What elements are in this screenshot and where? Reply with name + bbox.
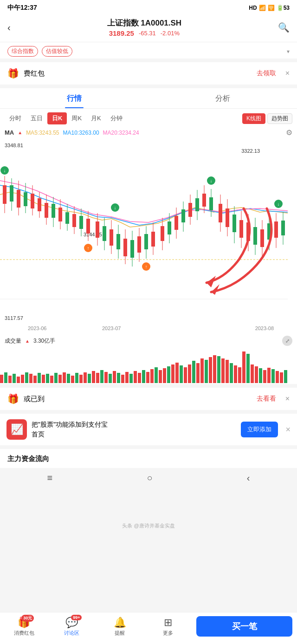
redpacket-icon: 🎁 30元: [18, 617, 30, 629]
status-icons: HD 📶 🛜 🔋53: [249, 5, 290, 11]
promo-action-1[interactable]: 去领取: [257, 69, 276, 78]
tag-composite[interactable]: 综合指数: [7, 46, 38, 57]
svg-text:↓: ↓: [4, 168, 6, 173]
svg-rect-32: [96, 221, 99, 238]
svg-rect-40: [123, 239, 127, 256]
tab-weekly-k[interactable]: 周K: [67, 112, 86, 124]
svg-rect-82: [253, 227, 257, 245]
svg-rect-164: [284, 370, 287, 383]
svg-rect-76: [232, 215, 236, 232]
tab-min-k[interactable]: 分钟: [106, 112, 127, 124]
svg-rect-161: [271, 369, 275, 383]
svg-rect-107: [46, 374, 49, 383]
promo-text-2: 或已到: [24, 395, 252, 403]
section-capital-flow-title: 主力资金流向: [0, 449, 297, 468]
status-bar: 中午12:37 HD 📶 🛜 🔋53: [0, 0, 297, 14]
tab-analysis[interactable]: 分析: [148, 88, 297, 108]
tab-5day[interactable]: 五日: [26, 112, 47, 124]
svg-text:↑: ↑: [87, 246, 90, 251]
promo-action-2[interactable]: 去看看: [257, 395, 276, 403]
svg-rect-99: [13, 374, 16, 383]
discussion-label: 讨论区: [64, 630, 79, 637]
svg-rect-154: [242, 351, 245, 383]
svg-rect-26: [79, 216, 83, 229]
bottom-item-redpacket[interactable]: 🎁 30元 消费红包: [0, 617, 48, 637]
svg-rect-88: [274, 221, 278, 238]
svg-rect-84: [260, 229, 264, 247]
bottom-item-discussion[interactable]: 💬 99+ 讨论区: [48, 617, 96, 637]
notif-add-button[interactable]: 立即添加: [241, 422, 278, 437]
svg-rect-123: [113, 371, 116, 383]
home-nav-button[interactable]: ≡: [47, 473, 53, 483]
svg-rect-90: [281, 221, 285, 235]
svg-rect-28: [86, 219, 90, 234]
tab-monthly-k[interactable]: 月K: [86, 112, 106, 124]
recent-nav-button[interactable]: ‹: [247, 473, 250, 483]
svg-rect-141: [188, 364, 191, 383]
volume-row: 成交量 ▲ 3.30亿手 ⤢: [0, 334, 297, 347]
svg-rect-74: [226, 208, 229, 227]
svg-rect-124: [117, 373, 120, 383]
chevron-down-icon[interactable]: ▾: [287, 48, 290, 55]
reminder-icon: 🔔: [114, 617, 126, 629]
promo-close-2[interactable]: ×: [285, 395, 290, 403]
volume-triangle-icon: ▲: [25, 338, 30, 344]
battery-icon: 🔋53: [277, 5, 290, 11]
svg-rect-113: [71, 376, 74, 383]
candlestick-chart[interactable]: 3348.81 3117.57 3322.13 3144.25 2023-06 …: [0, 139, 297, 334]
gear-icon[interactable]: ⚙: [286, 128, 292, 137]
svg-rect-136: [167, 366, 170, 383]
svg-rect-66: [202, 194, 206, 207]
tab-trend[interactable]: 趋势图: [267, 113, 292, 124]
svg-rect-86: [267, 223, 271, 240]
svg-rect-145: [205, 360, 208, 383]
svg-rect-150: [226, 360, 229, 383]
navbar: ‹ 上证指数 1A0001.SH 3189.25 -65.31 -2.01% 🔍: [0, 14, 297, 42]
expand-icon[interactable]: ⤢: [282, 336, 292, 346]
svg-rect-100: [17, 377, 20, 383]
svg-rect-34: [103, 226, 106, 241]
back-nav-button[interactable]: ○: [147, 473, 152, 483]
svg-rect-131: [146, 372, 149, 383]
svg-rect-125: [121, 375, 124, 383]
tab-kline[interactable]: K线图: [242, 113, 265, 124]
svg-rect-98: [8, 376, 12, 383]
chart-tabs: 分时 五日 日K 周K 月K 分钟 K线图 趋势图: [0, 109, 297, 127]
back-icon[interactable]: ‹: [7, 22, 11, 33]
svg-rect-103: [29, 374, 32, 383]
bottom-item-reminder[interactable]: 🔔 提醒: [96, 617, 144, 637]
search-icon[interactable]: 🔍: [278, 22, 290, 33]
ma-label: MA: [5, 129, 14, 136]
bottom-item-more[interactable]: ⊞ 更多: [144, 617, 192, 637]
svg-rect-117: [88, 374, 91, 383]
svg-rect-163: [280, 372, 283, 383]
svg-rect-134: [159, 370, 162, 383]
watermark: 头条 @唐诗并基金实盘: [0, 520, 297, 533]
svg-rect-80: [246, 222, 250, 241]
svg-rect-151: [230, 363, 233, 383]
svg-rect-146: [209, 357, 212, 383]
ma-row: MA ▲ MA5:3243.55 MA10:3263.00 MA20:3234.…: [0, 127, 297, 139]
svg-rect-135: [163, 368, 166, 383]
svg-rect-8: [24, 192, 27, 206]
promo-close-1[interactable]: ×: [285, 69, 290, 78]
svg-rect-78: [239, 220, 243, 238]
tag-valuation[interactable]: 估值较低: [42, 46, 72, 57]
svg-rect-155: [246, 354, 250, 383]
svg-rect-153: [238, 367, 241, 383]
svg-rect-60: [181, 209, 185, 222]
svg-rect-148: [217, 356, 220, 383]
tag-row: 综合指数 估值较低 ▾: [0, 42, 297, 59]
discussion-badge: 99+: [71, 615, 82, 620]
svg-rect-157: [255, 366, 258, 383]
svg-rect-127: [129, 374, 133, 383]
svg-rect-38: [116, 234, 120, 249]
svg-rect-108: [50, 376, 53, 383]
tab-daily-k[interactable]: 日K: [47, 112, 67, 124]
buy-button[interactable]: 买一笔: [196, 616, 292, 637]
svg-text:↓: ↓: [210, 178, 213, 183]
tab-minute[interactable]: 分时: [5, 112, 26, 124]
tab-market[interactable]: 行情: [0, 88, 148, 108]
svg-rect-102: [25, 372, 28, 383]
notif-close-icon[interactable]: ×: [285, 425, 291, 435]
